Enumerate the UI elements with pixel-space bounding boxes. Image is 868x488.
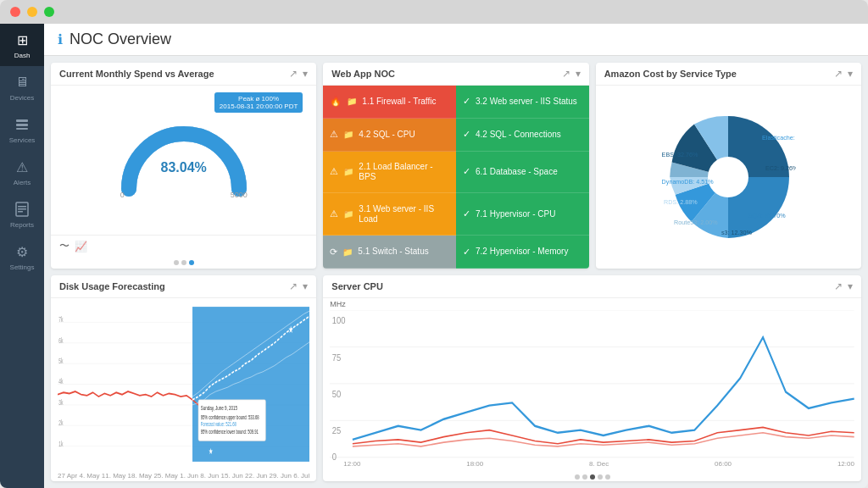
settings-icon: ⚙ (13, 242, 31, 261)
x-label: 25. May (153, 472, 177, 480)
noc-item-label: 7.1 Hypervisor - CPU (476, 209, 555, 219)
svg-text:Sunday, June 9, 2015: Sunday, June 9, 2015 (201, 404, 238, 413)
svg-text:RDS: 2.88%: RDS: 2.88% (664, 198, 698, 206)
info-icon: ℹ (58, 31, 63, 47)
chevron-down-icon[interactable]: ▾ (303, 280, 308, 292)
svg-rect-2 (16, 128, 28, 130)
check-icon: ✓ (463, 129, 470, 140)
noc-item-lb-bps[interactable]: ⚠ 📁 2.1 Load Balancer - BPS (323, 152, 456, 194)
svg-text:6k: 6k (58, 336, 63, 344)
noc-item-label: 6.1 Database - Space (476, 167, 558, 177)
sidebar-item-dash[interactable]: ⊞ Dash (0, 24, 44, 66)
app-window: ⊞ Dash 🖥 Devices Services ⚠ Al (0, 0, 868, 488)
cpu-y-label: MHz (330, 298, 854, 310)
svg-text:DynamoDB: 4.51%: DynamoDB: 4.51% (662, 178, 715, 186)
expand-icon[interactable]: ↗ (289, 280, 298, 292)
disk-chart-svg: Sunday, June 9, 2015 95% confidence uppe… (58, 302, 309, 467)
sidebar-item-settings[interactable]: ⚙ Settings (0, 236, 44, 278)
widget-cpu-title: Server CPU (331, 281, 383, 291)
x-label: 22. Jun (245, 472, 267, 480)
alerts-icon: ⚠ (13, 158, 31, 176)
sidebar: ⊞ Dash 🖥 Devices Services ⚠ Al (0, 24, 44, 488)
x-label: 29. Jun (270, 472, 292, 480)
sidebar-item-services[interactable]: Services (0, 108, 44, 151)
widget-spend-title: Current Monthly Spend vs Average (59, 69, 214, 79)
expand-icon[interactable]: ↗ (562, 68, 570, 80)
app-body: ⊞ Dash 🖥 Devices Services ⚠ Al (0, 24, 868, 488)
noc-item-db-space[interactable]: ✓ 6.1 Database - Space (456, 152, 589, 194)
gauge-bottom-chart-icon: 📈 (75, 241, 87, 252)
svg-text:50: 50 (332, 389, 342, 399)
noc-item-firewall[interactable]: 🔥 📁 1.1 Firewall - Traffic (323, 86, 456, 119)
reports-icon (13, 200, 31, 219)
pie-container: Elasticache: 3.59% EC2: 9.26% SQS: 32.70… (596, 86, 861, 269)
svg-text:3k: 3k (58, 398, 63, 406)
folder-icon: 📁 (343, 167, 353, 176)
x-label: 18. May (128, 472, 152, 480)
fire-icon: 🔥 (330, 96, 342, 107)
close-button[interactable] (10, 7, 20, 17)
widget-cpu-header: Server CPU ↗ ▾ (323, 275, 861, 298)
sidebar-label-reports: Reports (10, 221, 34, 229)
sidebar-item-reports[interactable]: Reports (0, 193, 44, 236)
folder-icon: 📁 (342, 247, 353, 257)
disk-x-labels: 27 Apr 4. May 11. May 18. May 25. May 1.… (51, 470, 316, 481)
page-title: NOC Overview (70, 30, 171, 48)
widget-disk-forecast: Disk Usage Forecasting ↗ ▾ (51, 275, 316, 481)
svg-text:100: 100 (332, 315, 346, 325)
maximize-button[interactable] (44, 7, 54, 17)
noc-item-label: 3.2 Web server - IIS Status (476, 97, 577, 107)
svg-text:5k: 5k (58, 358, 63, 365)
dot-1 (174, 260, 179, 265)
sidebar-item-devices[interactable]: 🖥 Devices (0, 66, 44, 108)
chevron-down-icon[interactable]: ▾ (848, 68, 853, 80)
dot-5 (605, 474, 610, 480)
expand-icon[interactable]: ↗ (289, 68, 298, 80)
noc-item-iis-status[interactable]: ✓ 3.2 Web server - IIS Status (456, 86, 589, 119)
gauge-value: 83.04% (161, 160, 207, 175)
noc-item-sql-cpu[interactable]: ⚠ 📁 4.2 SQL - CPU (323, 119, 456, 152)
widget-noc-header: Web App NOC ↗ ▾ (323, 63, 588, 86)
noc-item-iis-load[interactable]: ⚠ 📁 3.1 Web server - IIS Load (323, 193, 456, 236)
widget-spend-controls: ↗ ▾ (289, 68, 308, 80)
sidebar-item-alerts[interactable]: ⚠ Alerts (0, 151, 44, 193)
noc-item-label: 7.2 Hypervisor - Memory (476, 247, 568, 257)
noc-item-label: 1.1 Firewall - Traffic (362, 97, 436, 107)
minimize-button[interactable] (27, 7, 37, 17)
gauge-labels: 0 5000 (120, 191, 248, 199)
dot-4 (598, 474, 603, 480)
gauge-peak: Peak ø 100% 2015-08-31 20:00:00 PDT (214, 92, 303, 113)
noc-item-sql-connections[interactable]: ✓ 4.2 SQL - Connections (456, 119, 589, 152)
dot-3 (189, 260, 194, 265)
widget-disk-body: Sunday, June 9, 2015 95% confidence uppe… (51, 298, 316, 470)
svg-text:4k: 4k (58, 378, 63, 385)
widget-disk-controls: ↗ ▾ (289, 280, 308, 292)
svg-text:SQS: 32.70%: SQS: 32.70% (748, 212, 786, 219)
noc-item-switch-status[interactable]: ⟳ 📁 5.1 Switch - Status (323, 236, 456, 269)
sync-icon: ⟳ (330, 247, 337, 258)
widget-spend: Current Monthly Spend vs Average ↗ ▾ Pea… (51, 63, 316, 269)
sidebar-label-devices: Devices (10, 94, 34, 102)
noc-item-label: 3.1 Web server - IIS Load (359, 204, 449, 225)
top-bar: ℹ NOC Overview (44, 24, 868, 56)
widget-amazon-controls: ↗ ▾ (834, 68, 853, 80)
x-label: 6. Jul (293, 472, 309, 480)
server-cpu-chart: MHz 100 (323, 298, 861, 473)
sidebar-label-alerts: Alerts (14, 179, 31, 186)
chevron-down-icon[interactable]: ▾ (848, 280, 853, 292)
chevron-down-icon[interactable]: ▾ (303, 68, 308, 80)
chevron-down-icon[interactable]: ▾ (576, 68, 581, 80)
dot-2 (181, 260, 186, 265)
x-label: 06:00 (715, 460, 732, 468)
noc-item-label: 2.1 Load Balancer - BPS (359, 162, 449, 182)
noc-item-hypervisor-cpu[interactable]: ✓ 7.1 Hypervisor - CPU (456, 193, 589, 236)
svg-text:Forecast value: 521.68: Forecast value: 521.68 (201, 421, 237, 427)
gauge-min: 0 (120, 191, 125, 199)
noc-item-hypervisor-memory[interactable]: ✓ 7.2 Hypervisor - Memory (456, 236, 589, 269)
cpu-chart-area: 100 75 50 25 0 (330, 310, 854, 460)
expand-icon[interactable]: ↗ (834, 68, 843, 80)
expand-icon[interactable]: ↗ (834, 280, 843, 292)
gauge-dots (51, 257, 316, 269)
widget-amazon-title: Amazon Cost by Service Type (604, 69, 737, 79)
noc-grid: 🔥 📁 1.1 Firewall - Traffic ✓ 3.2 Web ser… (323, 86, 588, 269)
